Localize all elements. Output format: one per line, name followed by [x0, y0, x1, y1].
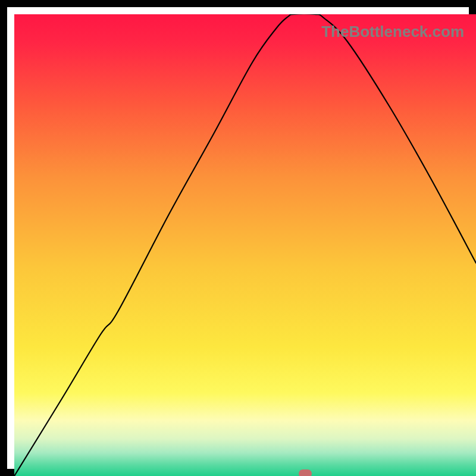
gradient-background: [14, 14, 476, 476]
plot-area: TheBottleneck.com: [14, 14, 476, 476]
optimal-point-marker: [299, 469, 312, 476]
watermark-text: TheBottleneck.com: [321, 23, 464, 41]
chart-svg: [14, 14, 476, 476]
chart-frame: TheBottleneck.com: [0, 0, 476, 476]
